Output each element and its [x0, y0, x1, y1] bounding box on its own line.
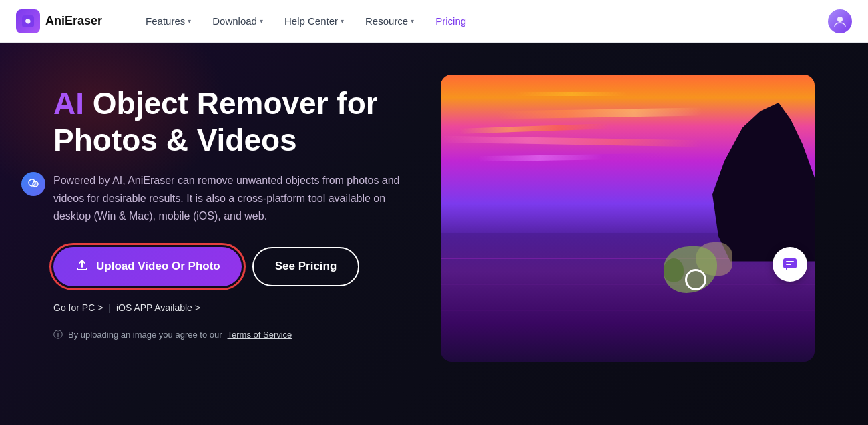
hero-description-wrapper: Powered by AI, AniEraser can remove unwa… — [53, 172, 401, 225]
cloud-streak-3 — [441, 135, 702, 147]
logo-icon — [16, 9, 40, 33]
nav-item-features[interactable]: Features ▾ — [146, 15, 191, 27]
chat-button[interactable] — [773, 247, 807, 282]
ios-link[interactable]: iOS APP Available > — [116, 302, 200, 313]
upload-button-label: Upload Video Or Photo — [96, 260, 220, 273]
hero-title-ai: AI — [53, 86, 84, 121]
hero-title-rest: Object Remover for Photos & Videos — [53, 86, 378, 157]
hero-content: AI Object Remover for Photos & Videos Po… — [53, 75, 414, 341]
user-avatar[interactable] — [828, 9, 852, 33]
svg-rect-5 — [786, 261, 794, 262]
terms-info-icon: ⓘ — [53, 329, 63, 341]
features-chevron: ▾ — [188, 17, 191, 25]
pc-link[interactable]: Go for PC > — [53, 302, 103, 313]
cloud-streak-2 — [497, 107, 702, 119]
resource-chevron: ▾ — [411, 17, 414, 25]
navbar: AniEraser Features ▾ Download ▾ Help Cen… — [0, 0, 868, 43]
nav-item-pricing[interactable]: Pricing — [435, 15, 466, 27]
hero-description-text: Powered by AI, AniEraser can remove unwa… — [53, 172, 401, 225]
ai-selection-circle — [685, 269, 706, 290]
svg-point-1 — [837, 17, 843, 22]
see-pricing-label: See Pricing — [275, 260, 337, 273]
nav-divider — [124, 11, 124, 32]
water-line-3 — [441, 310, 815, 311]
hero-image — [441, 75, 815, 362]
nav-item-download[interactable]: Download ▾ — [212, 15, 263, 27]
terms-prefix: By uploading an image you agree to our — [68, 330, 222, 340]
upload-icon — [75, 258, 89, 276]
logo-label: AniEraser — [45, 14, 102, 28]
logo[interactable]: AniEraser — [16, 9, 102, 33]
water-line-2 — [441, 284, 815, 285]
svg-rect-4 — [783, 258, 797, 268]
cliff-silhouette — [694, 95, 815, 262]
nav-items: Features ▾ Download ▾ Help Center ▾ Reso… — [146, 15, 828, 27]
scene-background — [441, 75, 815, 362]
helpcenter-label: Help Center — [284, 15, 338, 27]
svg-point-3 — [33, 181, 38, 187]
hero-buttons: Upload Video Or Photo See Pricing — [53, 247, 414, 286]
download-chevron: ▾ — [260, 17, 263, 25]
nav-item-helpcenter[interactable]: Help Center ▾ — [284, 15, 344, 27]
helpcenter-chevron: ▾ — [341, 17, 344, 25]
download-label: Download — [212, 15, 257, 27]
svg-rect-6 — [786, 264, 791, 265]
see-pricing-button[interactable]: See Pricing — [252, 247, 360, 286]
cloud-streak-4 — [478, 153, 665, 162]
description-icon — [21, 172, 45, 196]
features-label: Features — [146, 15, 185, 27]
hero-terms: ⓘ By uploading an image you agree to our… — [53, 329, 414, 341]
upload-button[interactable]: Upload Video Or Photo — [53, 247, 242, 286]
hero-platform-links: Go for PC > | iOS APP Available > — [53, 302, 414, 313]
pricing-label: Pricing — [435, 15, 466, 27]
hero-section: AI Object Remover for Photos & Videos Po… — [0, 43, 868, 425]
hero-title: AI Object Remover for Photos & Videos — [53, 85, 414, 159]
terms-of-service-link[interactable]: Terms of Service — [228, 330, 292, 340]
links-divider: | — [108, 302, 111, 313]
cloud-streak-5 — [515, 92, 628, 96]
cliff-shape — [694, 95, 815, 262]
resource-label: Resource — [365, 15, 408, 27]
cloud-streak-1 — [459, 123, 609, 134]
demo-image-container — [441, 75, 815, 362]
nav-item-resource[interactable]: Resource ▾ — [365, 15, 414, 27]
